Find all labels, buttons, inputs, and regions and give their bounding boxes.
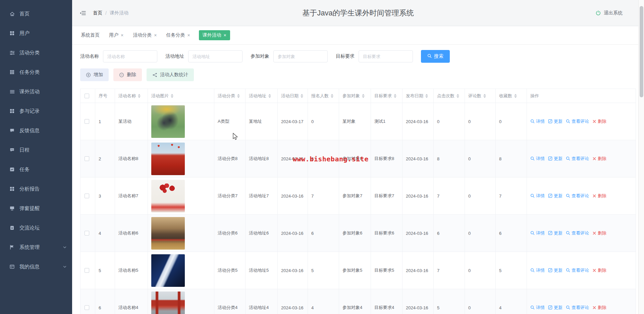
view-comments-link[interactable]: 查看评论 [566, 230, 589, 236]
sidebar-item-forum[interactable]: 交流论坛 [0, 218, 72, 238]
delete-link[interactable]: 删除 [592, 267, 606, 273]
row-checkbox[interactable] [85, 156, 89, 161]
vertical-scrollbar[interactable] [638, 0, 644, 314]
search-input-activity-address[interactable] [188, 50, 243, 62]
tab-close-icon[interactable]: × [154, 33, 157, 38]
breadcrumb-home[interactable]: 首页 [93, 10, 102, 16]
delete-link[interactable]: 删除 [592, 230, 606, 236]
delete-link[interactable]: 删除 [592, 156, 606, 162]
sort-caret-icon[interactable] [237, 94, 240, 98]
row-checkbox[interactable] [85, 231, 89, 235]
sort-caret-icon[interactable] [331, 94, 333, 98]
column-header-comments[interactable]: 评论数 [465, 89, 496, 103]
detail-link[interactable]: 详情 [530, 193, 545, 199]
sort-caret-icon[interactable] [301, 94, 303, 98]
sidebar-item-participation-records[interactable]: 参与记录 [0, 101, 72, 121]
detail-link[interactable]: 详情 [530, 118, 545, 124]
update-link[interactable]: 更新 [548, 230, 562, 236]
tab-close-icon[interactable]: × [187, 33, 190, 38]
column-header-publish_date[interactable]: 发布日期 [402, 89, 434, 103]
activity-image-thumbnail[interactable] [151, 180, 185, 212]
sort-caret-icon[interactable] [394, 94, 396, 98]
search-input-activity-name[interactable] [103, 50, 157, 62]
update-link[interactable]: 更新 [548, 118, 562, 124]
sidebar-item-system-management[interactable]: 系统管理 [0, 238, 72, 257]
delete-button[interactable]: 删除 [113, 68, 142, 81]
detail-link[interactable]: 详情 [530, 305, 545, 311]
tab-system-home[interactable]: 系统首页 [80, 30, 100, 40]
sidebar-item-task-category[interactable]: 任务分类 [0, 62, 72, 82]
select-all-checkbox[interactable] [85, 94, 89, 98]
tab-users[interactable]: 用户× [108, 30, 124, 40]
tab-activity-category[interactable]: 活动分类× [132, 30, 157, 40]
sidebar-collapse-icon[interactable] [79, 10, 86, 16]
column-header-signups[interactable]: 报名人数 [308, 89, 339, 103]
column-header-category[interactable]: 活动分类 [214, 89, 246, 103]
search-input-audience[interactable] [273, 50, 328, 62]
update-link[interactable]: 更新 [548, 193, 562, 199]
scrollbar-thumb[interactable] [640, 6, 643, 97]
sort-caret-icon[interactable] [362, 94, 365, 98]
sidebar-item-popup-reminders[interactable]: 弹窗提醒 [0, 199, 72, 218]
column-header-name[interactable]: 活动名称 [115, 89, 148, 103]
sidebar-item-home[interactable]: 首页 [0, 4, 72, 23]
cell-comments: 0 [465, 215, 496, 252]
sort-caret-icon[interactable] [171, 94, 173, 98]
row-checkbox[interactable] [85, 268, 89, 273]
sidebar-item-extracurricular-activity[interactable]: 课外活动 [0, 82, 72, 101]
update-link[interactable]: 更新 [548, 156, 562, 162]
sort-caret-icon[interactable] [138, 94, 141, 98]
activity-image-thumbnail[interactable] [151, 143, 185, 175]
delete-link[interactable]: 删除 [592, 118, 606, 124]
delete-link[interactable]: 删除 [592, 305, 606, 311]
sidebar-item-activity-category[interactable]: 活动分类 [0, 43, 72, 62]
add-button[interactable]: 增加 [80, 68, 109, 81]
sort-caret-icon[interactable] [268, 94, 271, 98]
column-header-checkbox[interactable] [80, 89, 95, 103]
column-header-address[interactable]: 活动地址 [246, 89, 278, 103]
logout-button[interactable]: 退出系统 [595, 10, 623, 16]
activity-image-thumbnail[interactable] [151, 254, 185, 287]
sort-caret-icon[interactable] [457, 94, 459, 98]
sort-caret-icon[interactable] [425, 94, 428, 98]
participant-stats-button[interactable]: 活动人数统计 [147, 68, 194, 81]
view-comments-link[interactable]: 查看评论 [566, 156, 589, 162]
update-link[interactable]: 更新 [548, 305, 562, 311]
view-comments-link[interactable]: 查看评论 [566, 267, 589, 273]
view-comments-link[interactable]: 查看评论 [566, 305, 589, 311]
column-header-favorites[interactable]: 收藏数 [496, 89, 527, 103]
column-header-audience[interactable]: 参加对象 [339, 89, 371, 103]
tab-task-category[interactable]: 任务分类× [165, 30, 191, 40]
sidebar-item-my-info[interactable]: 我的信息 [0, 257, 72, 276]
column-header-requirement[interactable]: 目标要求 [371, 89, 402, 103]
row-checkbox[interactable] [85, 119, 89, 124]
sidebar-item-feedback[interactable]: 反馈信息 [0, 121, 72, 140]
sidebar-item-users[interactable]: 用户 [0, 23, 72, 43]
sidebar-item-analysis-reports[interactable]: 分析报告 [0, 179, 72, 199]
tab-extracurricular-activity[interactable]: 课外活动× [199, 30, 230, 40]
update-link[interactable]: 更新 [548, 267, 562, 273]
activity-image-thumbnail[interactable] [151, 292, 185, 314]
column-header-date[interactable]: 活动日期 [278, 89, 308, 103]
detail-link[interactable]: 详情 [530, 267, 545, 273]
sidebar-item-schedule[interactable]: 日程 [0, 140, 72, 160]
detail-link[interactable]: 详情 [530, 230, 545, 236]
cell-favorites: 6 [496, 215, 527, 252]
search-button[interactable]: 搜索 [421, 50, 450, 63]
column-header-clicks[interactable]: 点击次数 [434, 89, 465, 103]
row-checkbox[interactable] [85, 305, 89, 310]
view-comments-link[interactable]: 查看评论 [566, 118, 589, 124]
search-input-requirement[interactable] [359, 50, 413, 62]
tab-close-icon[interactable]: × [121, 33, 123, 38]
activity-image-thumbnail[interactable] [151, 217, 185, 250]
activity-image-thumbnail[interactable] [151, 105, 185, 138]
tab-close-icon[interactable]: × [224, 33, 226, 38]
column-header-image[interactable]: 活动图片 [148, 89, 214, 103]
sort-caret-icon[interactable] [514, 94, 517, 98]
detail-link[interactable]: 详情 [530, 156, 545, 162]
sort-caret-icon[interactable] [483, 94, 486, 98]
view-comments-link[interactable]: 查看评论 [566, 193, 589, 199]
row-checkbox[interactable] [85, 194, 89, 198]
delete-link[interactable]: 删除 [592, 193, 606, 199]
sidebar-item-tasks[interactable]: 任务 [0, 160, 72, 179]
